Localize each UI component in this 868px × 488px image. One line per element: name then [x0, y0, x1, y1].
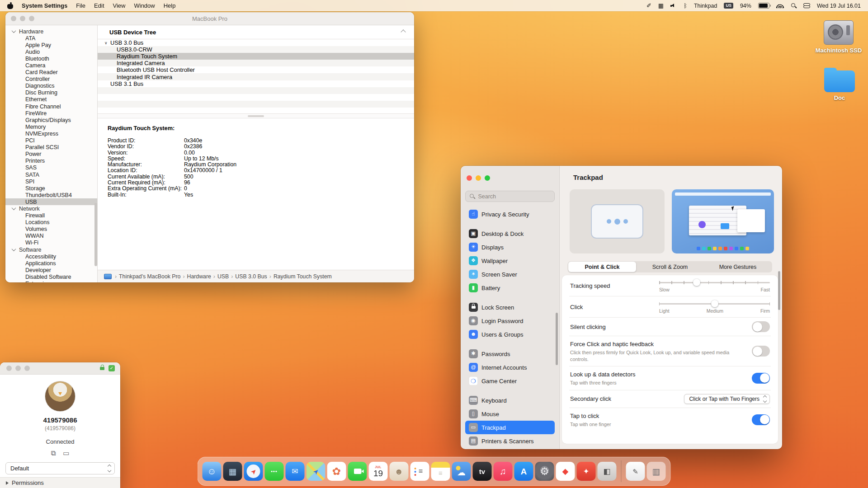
sidebar-item-printers-scanners[interactable]: ▤ Printers & Scanners — [465, 434, 555, 448]
window-titlebar[interactable]: MacBook Pro — [5, 12, 414, 25]
sysinfo-sidebar-item[interactable]: Controller — [5, 76, 97, 83]
input-source-badge[interactable]: US — [724, 3, 733, 9]
screen-mirroring-icon[interactable]: ▦ — [658, 3, 664, 9]
music-dock-icon[interactable]: ♫ — [494, 462, 513, 481]
sysinfo-sidebar-item[interactable]: USB — [5, 198, 97, 205]
zoom-button[interactable] — [485, 175, 490, 181]
system-settings-dock-icon[interactable]: ⚙ — [535, 462, 554, 481]
sysinfo-sidebar-item[interactable]: Diagnostics — [5, 83, 97, 89]
sysinfo-sidebar-item[interactable]: Firewall — [5, 212, 97, 219]
device-tree-row[interactable]: Raydium Touch System — [98, 53, 414, 60]
sysinfo-sidebar-item[interactable]: NVMExpress — [5, 130, 97, 137]
finder-dock-icon[interactable]: ☺ — [203, 462, 222, 481]
sidebar-item-desktop-dock[interactable]: ▣ Desktop & Dock — [465, 227, 555, 240]
sidebar-item-login-password[interactable]: ◉ Login Password — [465, 314, 555, 328]
secondary-click-popup[interactable]: Click or Tap with Two Fingers — [684, 394, 770, 404]
sysinfo-sidebar-item[interactable]: Software — [5, 246, 97, 253]
sysinfo-sidebar-item[interactable]: Storage — [5, 185, 97, 192]
disclosure-chevron-icon[interactable]: ∨ — [104, 41, 110, 45]
desktop-folder-doc[interactable]: Doc — [814, 67, 865, 101]
mail-dock-icon[interactable]: ✉ — [286, 462, 305, 481]
sysinfo-sidebar-item[interactable]: Apple Pay — [5, 42, 97, 48]
sysinfo-sidebar-item[interactable]: Fibre Channel — [5, 103, 97, 110]
tab-more-gestures[interactable]: More Gestures — [704, 262, 772, 272]
profile-select[interactable]: Default — [5, 462, 115, 474]
messages-dock-icon[interactable]: ••• — [265, 462, 284, 481]
notes-dock-icon[interactable]: ≡ — [431, 462, 450, 481]
battery-icon[interactable] — [758, 3, 769, 9]
breadcrumb-segment[interactable]: USB — [213, 273, 229, 280]
menu-item[interactable]: Edit — [94, 2, 104, 9]
sysinfo-sidebar-item[interactable]: Applications — [5, 260, 97, 267]
sysinfo-sidebar-item[interactable]: WWAN — [5, 233, 97, 239]
anydesk-dock-icon[interactable]: ◆ — [556, 462, 575, 481]
sysinfo-sidebar-item[interactable]: SATA — [5, 171, 97, 178]
sysinfo-sidebar-item[interactable]: Ethernet — [5, 96, 97, 103]
silent-clicking-toggle[interactable] — [752, 321, 770, 332]
apple-menu-icon[interactable] — [7, 2, 13, 9]
sidebar-item-battery[interactable]: ▮ Battery — [465, 281, 555, 295]
sidebar-item-game-center[interactable]: ❍ Game Center — [465, 374, 555, 388]
tab-scroll-and-zoom[interactable]: Scroll & Zoom — [636, 262, 704, 272]
lookup-toggle[interactable] — [752, 373, 770, 384]
device-name[interactable]: Thinkpad — [694, 3, 717, 9]
sysinfo-sidebar-item[interactable]: Developer — [5, 267, 97, 273]
device-tree-row[interactable]: Integrated IR Camera — [98, 73, 414, 80]
breadcrumb-segment[interactable]: Thinkpad's MacBook Pro — [115, 273, 180, 280]
volume-icon[interactable] — [670, 3, 677, 9]
sysinfo-sidebar-item[interactable]: Memory — [5, 123, 97, 130]
sysinfo-sidebar-item[interactable]: Card Reader — [5, 69, 97, 76]
close-button[interactable] — [6, 366, 12, 371]
chat-icon[interactable]: ▭ — [63, 449, 69, 457]
menu-item[interactable]: File — [76, 2, 85, 9]
sysinfo-sidebar-item[interactable]: Disabled Software — [5, 273, 97, 280]
sysinfo-sidebar-item[interactable]: Camera — [5, 62, 97, 69]
slider-thumb[interactable] — [711, 300, 718, 307]
search-input[interactable] — [477, 193, 551, 200]
sysinfo-sidebar-item[interactable]: SPI — [5, 178, 97, 185]
device-tree-row[interactable]: Bluetooth USB Host Controller — [98, 66, 414, 73]
sidebar-scrollbar[interactable] — [556, 313, 558, 365]
sidebar-item-trackpad[interactable]: ▭ Trackpad — [465, 421, 555, 434]
sysinfo-sidebar-item[interactable]: Volumes — [5, 226, 97, 233]
menu-item[interactable]: Window — [134, 2, 155, 9]
minimize-button[interactable] — [20, 16, 25, 21]
minimize-button[interactable] — [15, 366, 21, 371]
sysinfo-sidebar-item[interactable]: PCI — [5, 137, 97, 144]
tap-to-click-toggle[interactable] — [752, 414, 770, 425]
permissions-disclosure[interactable]: Permissions — [0, 477, 120, 488]
search-field[interactable] — [465, 191, 555, 202]
sidebar-item-passwords[interactable]: ✱ Passwords — [465, 347, 555, 361]
active-app-menu[interactable]: System Settings — [22, 2, 67, 9]
collapse-chevron-icon[interactable] — [401, 29, 406, 34]
sysinfo-sidebar-item[interactable]: Parallel SCSI — [5, 144, 97, 151]
sysinfo-sidebar-item[interactable]: Graphics/Displays — [5, 117, 97, 123]
sysinfo-sidebar-item[interactable]: Disc Burning — [5, 89, 97, 96]
facetime-dock-icon[interactable] — [348, 462, 367, 481]
close-button[interactable] — [467, 175, 472, 181]
breadcrumb-segment[interactable]: USB 3.0 Bus — [231, 273, 267, 280]
pane-splitter[interactable] — [98, 113, 414, 118]
appstore-dock-icon[interactable]: A — [514, 462, 533, 481]
sysinfo-sidebar-item[interactable]: Hardware — [5, 28, 97, 35]
reminders-dock-icon[interactable]: ≡ — [410, 462, 429, 481]
sysinfo-sidebar-item[interactable]: SAS — [5, 164, 97, 171]
sidebar-item-mouse[interactable]: ▯ Mouse — [465, 407, 555, 421]
weather-dock-icon[interactable]: ☁ — [452, 462, 471, 481]
menu-item[interactable]: View — [113, 2, 126, 9]
breadcrumb-segment[interactable]: Hardware — [183, 273, 211, 280]
sysinfo-sidebar-item[interactable]: Power — [5, 151, 97, 158]
zoom-button[interactable] — [29, 16, 34, 21]
minimize-button[interactable] — [476, 175, 481, 181]
control-center-icon[interactable] — [803, 3, 810, 8]
sidebar-scrollbar[interactable] — [94, 203, 97, 266]
sidebar-item-internet-accounts[interactable]: @ Internet Accounts — [465, 361, 555, 374]
sidebar-item-keyboard[interactable]: ⌨ Keyboard — [465, 394, 555, 407]
spotlight-search-icon[interactable] — [791, 3, 797, 9]
sysinfo-sidebar-item[interactable]: Bluetooth — [5, 55, 97, 62]
sidebar-item-privacy-security[interactable]: ☝ Privacy & Security — [465, 207, 555, 221]
bluetooth-icon[interactable]: ᛒ — [684, 3, 687, 9]
close-button[interactable] — [11, 16, 16, 21]
sidebar-item-displays[interactable]: ☀ Displays — [465, 240, 555, 254]
sysinfo-sidebar-item[interactable]: FireWire — [5, 110, 97, 117]
